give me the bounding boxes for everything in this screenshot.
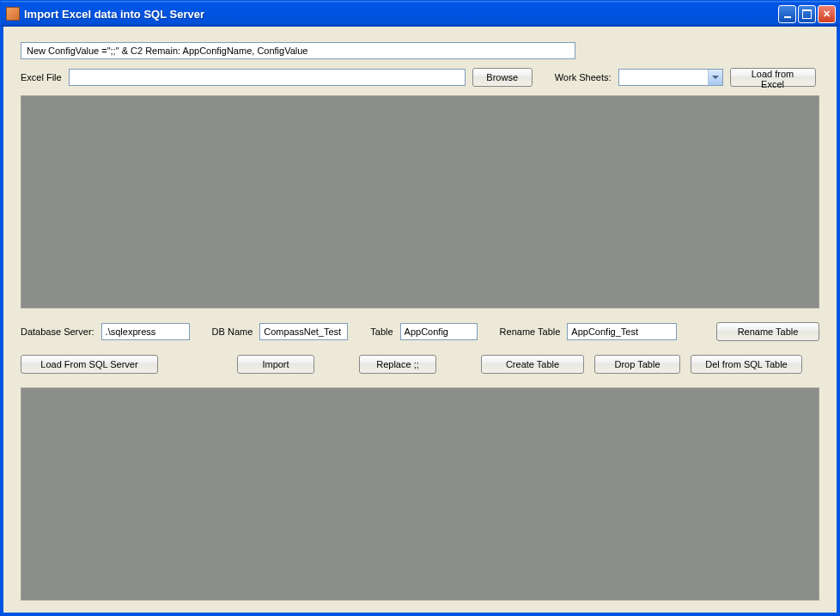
- client-area: New ConfigValue =";;" & C2 Remain: AppCo…: [1, 27, 839, 615]
- config-row: New ConfigValue =";;" & C2 Remain: AppCo…: [21, 42, 819, 59]
- worksheets-label: Work Sheets:: [555, 72, 612, 82]
- excel-data-grid[interactable]: [21, 95, 819, 308]
- db-server-input[interactable]: [101, 323, 190, 340]
- chevron-down-icon: [708, 70, 722, 85]
- create-table-button[interactable]: Create Table: [481, 355, 584, 374]
- excel-file-label: Excel File: [21, 72, 62, 82]
- excel-file-row: Excel File Browse Work Sheets: Load from…: [21, 68, 819, 87]
- drop-table-button[interactable]: Drop Table: [594, 355, 680, 374]
- close-button[interactable]: [818, 5, 836, 23]
- app-icon: [6, 7, 20, 21]
- minimize-button[interactable]: [778, 5, 796, 23]
- load-from-sql-button[interactable]: Load From SQL Server: [21, 355, 158, 374]
- table-label: Table: [370, 326, 393, 337]
- database-row: Database Server: DB Name Table Rename Ta…: [21, 322, 819, 341]
- browse-button[interactable]: Browse: [472, 68, 533, 87]
- main-window: Import Excel data into SQL Server New Co…: [0, 0, 840, 616]
- rename-table-input[interactable]: [567, 323, 677, 340]
- del-from-sql-button[interactable]: Del from SQL Table: [691, 355, 802, 374]
- load-from-excel-button[interactable]: Load from Excel: [730, 68, 816, 87]
- replace-button[interactable]: Replace ;;: [359, 355, 436, 374]
- rename-table-button[interactable]: Rename Table: [716, 322, 819, 341]
- worksheets-dropdown[interactable]: [618, 69, 723, 86]
- config-display[interactable]: New ConfigValue =";;" & C2 Remain: AppCo…: [21, 42, 575, 59]
- window-controls: [778, 5, 836, 23]
- table-input[interactable]: [400, 323, 478, 340]
- titlebar[interactable]: Import Excel data into SQL Server: [1, 1, 839, 27]
- action-row: Load From SQL Server Import Replace ;; C…: [21, 355, 819, 374]
- excel-file-input[interactable]: [69, 69, 466, 86]
- content: New ConfigValue =";;" & C2 Remain: AppCo…: [7, 30, 833, 609]
- maximize-button[interactable]: [798, 5, 816, 23]
- import-button[interactable]: Import: [237, 355, 314, 374]
- db-server-label: Database Server:: [21, 326, 94, 337]
- db-name-input[interactable]: [259, 323, 348, 340]
- rename-table-label: Rename Table: [500, 326, 561, 337]
- db-name-label: DB Name: [212, 326, 253, 337]
- sql-data-grid[interactable]: [21, 387, 819, 601]
- window-title: Import Excel data into SQL Server: [24, 8, 778, 21]
